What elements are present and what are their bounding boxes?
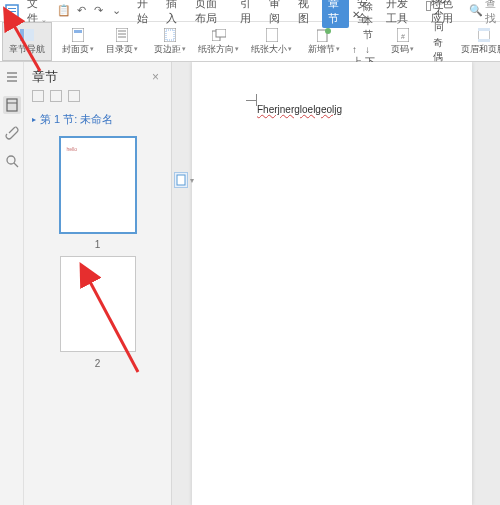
thumbnails: hello 1 2 bbox=[24, 131, 171, 505]
section-icon bbox=[5, 98, 19, 112]
next-icon: ↓ bbox=[365, 44, 370, 55]
btn-newsection[interactable]: 新增节▾ bbox=[302, 22, 346, 61]
group-checks-a: 首页不同 奇偶页不同 bbox=[420, 22, 455, 61]
search-icon: 🔍 bbox=[469, 4, 483, 17]
hf-icon bbox=[476, 28, 492, 42]
svg-rect-15 bbox=[266, 28, 278, 42]
side-tabs bbox=[0, 62, 24, 505]
sidetab-attach[interactable] bbox=[3, 124, 21, 142]
svg-text:#: # bbox=[401, 33, 405, 40]
chk-firstpage[interactable]: 首页不同 bbox=[426, 0, 449, 34]
page-indicator-icon[interactable] bbox=[174, 172, 188, 188]
toc-icon bbox=[114, 28, 130, 42]
view-opt-b[interactable] bbox=[50, 90, 62, 102]
document-text[interactable]: Fherjnergloelgeoljg bbox=[257, 104, 342, 115]
btn-headerfooter[interactable]: 页眉和页脚 bbox=[455, 22, 500, 61]
group-section-ops: ✕ 删除本节 ↑ 上一节 ↓ 下一节 bbox=[346, 22, 381, 61]
svg-rect-1 bbox=[8, 8, 16, 9]
ribbon: 章节导航 封面页▾ 目录页▾ 页边距▾ 纸张方向▾ 纸张大小▾ 新增节▾ ✕ 删… bbox=[0, 22, 500, 62]
svg-rect-7 bbox=[116, 28, 128, 42]
view-opt-a[interactable] bbox=[32, 90, 44, 102]
magnify-icon bbox=[5, 154, 19, 168]
btn-cover[interactable]: 封面页▾ bbox=[56, 22, 100, 61]
nav-icon bbox=[19, 28, 35, 42]
section-row[interactable]: ▸ 第 1 节: 未命名 bbox=[24, 108, 171, 131]
btn-toc[interactable]: 目录页▾ bbox=[100, 22, 144, 61]
btn-section-nav[interactable]: 章节导航 bbox=[2, 22, 52, 61]
btn-pagenum[interactable]: # 页码▾ bbox=[385, 22, 420, 61]
toolbar-more-icon[interactable]: ⌄ bbox=[109, 2, 124, 20]
panel-view-switch[interactable] bbox=[24, 90, 171, 108]
thumb-preview-text: hello bbox=[67, 146, 78, 152]
view-opt-c[interactable] bbox=[68, 90, 80, 102]
sidetab-search[interactable] bbox=[3, 152, 21, 170]
cover-icon bbox=[70, 28, 86, 42]
list-icon bbox=[5, 70, 19, 84]
app-icon bbox=[4, 2, 19, 20]
svg-rect-6 bbox=[74, 30, 82, 33]
page-canvas[interactable]: Fherjnergloelgeoljg bbox=[192, 62, 472, 505]
section-panel: 章节 × ▸ 第 1 节: 未命名 hello 1 2 bbox=[24, 62, 172, 505]
expand-icon: ▸ bbox=[32, 115, 36, 124]
page-indicator-dropdown[interactable]: ▾ bbox=[190, 176, 194, 185]
panel-close[interactable]: × bbox=[148, 70, 163, 84]
panel-title: 章节 bbox=[32, 68, 148, 86]
orient-icon bbox=[211, 28, 227, 42]
sidetab-outline[interactable] bbox=[3, 68, 21, 86]
main-area: 章节 × ▸ 第 1 节: 未命名 hello 1 2 Fherjnergloe… bbox=[0, 62, 500, 505]
svg-rect-21 bbox=[478, 28, 490, 31]
size-icon bbox=[264, 28, 280, 42]
document-area[interactable]: Fherjnergloelgeoljg ▾ bbox=[172, 62, 500, 505]
btn-margin[interactable]: 页边距▾ bbox=[148, 22, 192, 61]
menu-bar: 文件 ⌄ 📋 ↶ ↷ ⌄ 开始 插入 页面布局 引用 审阅 视图 章节 安全 开… bbox=[0, 0, 500, 22]
toolbar-redo-icon[interactable]: ↷ bbox=[91, 2, 106, 20]
prev-icon: ↑ bbox=[352, 44, 357, 55]
thumb-page-2[interactable] bbox=[60, 256, 136, 352]
newsec-icon bbox=[316, 28, 332, 42]
thumb-page-1[interactable]: hello bbox=[60, 137, 136, 233]
svg-line-29 bbox=[14, 163, 18, 167]
svg-rect-26 bbox=[7, 99, 17, 111]
pagenum-icon: # bbox=[395, 28, 411, 42]
toolbar-undo-icon[interactable]: ↶ bbox=[74, 2, 89, 20]
attach-icon bbox=[5, 126, 19, 140]
svg-rect-22 bbox=[478, 39, 490, 42]
svg-point-28 bbox=[7, 156, 15, 164]
svg-point-17 bbox=[325, 28, 331, 34]
svg-rect-30 bbox=[177, 175, 185, 185]
btn-delsec[interactable]: ✕ 删除本节 bbox=[352, 0, 375, 42]
svg-rect-14 bbox=[216, 29, 226, 37]
thumb-label-2: 2 bbox=[95, 358, 101, 369]
btn-size[interactable]: 纸张大小▾ bbox=[245, 22, 298, 61]
svg-rect-3 bbox=[20, 29, 24, 41]
toolbar-save-icon[interactable]: 📋 bbox=[57, 2, 72, 20]
svg-rect-4 bbox=[25, 29, 34, 41]
svg-rect-2 bbox=[8, 11, 16, 12]
sidetab-section[interactable] bbox=[3, 96, 21, 114]
btn-orient[interactable]: 纸张方向▾ bbox=[192, 22, 245, 61]
delete-icon: ✕ bbox=[352, 9, 360, 20]
thumb-label-1: 1 bbox=[95, 239, 101, 250]
margin-icon bbox=[162, 28, 178, 42]
